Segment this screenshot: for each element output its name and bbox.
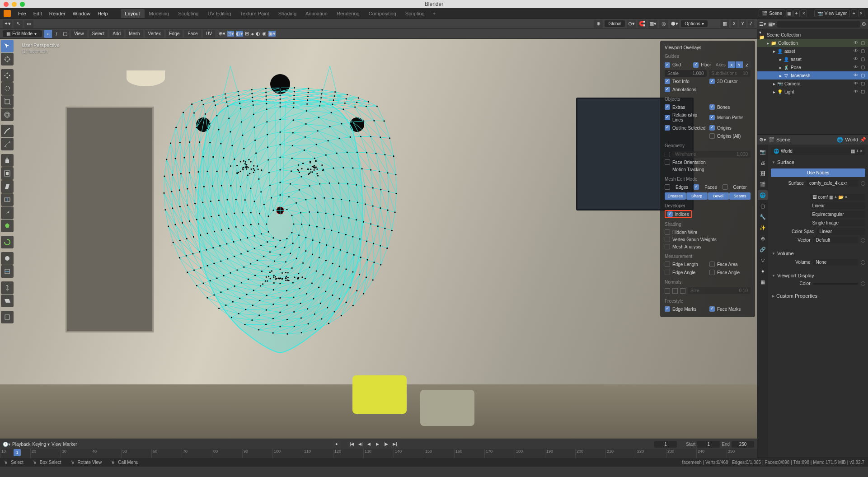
axis-z-button[interactable]: Z: [743, 61, 751, 68]
hidden-wire-checkbox[interactable]: [665, 229, 670, 235]
tab-animation[interactable]: Animation: [301, 9, 332, 18]
add-menu[interactable]: Add: [109, 30, 124, 37]
vector-socket[interactable]: Default: [813, 237, 859, 243]
timeline-editor-icon[interactable]: 🕐▾: [3, 442, 10, 447]
pivot-icon[interactable]: ⊙▾: [627, 20, 636, 28]
constraints-tab[interactable]: 🔗: [758, 244, 768, 254]
subdivisions-field[interactable]: Subdivisions10: [709, 70, 751, 77]
add-workspace-button[interactable]: +: [429, 9, 439, 18]
keyframe-next-button[interactable]: |▶: [382, 440, 390, 448]
bevel-tool[interactable]: [1, 180, 14, 193]
scene-new-button[interactable]: +: [793, 9, 800, 17]
extras-checkbox[interactable]: [665, 104, 670, 110]
tab-texture-paint[interactable]: Texture Paint: [235, 9, 273, 18]
mesh-center-checkbox[interactable]: [723, 184, 728, 190]
face-orient-checkbox[interactable]: [665, 159, 670, 165]
wireframe-field[interactable]: Wireframe1.000: [672, 151, 751, 158]
rel-lines-checkbox[interactable]: [665, 115, 670, 120]
render-menu[interactable]: Render: [46, 9, 69, 18]
normal-size-field[interactable]: Size0.10: [688, 287, 751, 294]
scale-field[interactable]: Scale1.000: [665, 70, 707, 77]
current-frame-field[interactable]: 1: [654, 441, 677, 448]
vertex-select-mode[interactable]: •: [44, 30, 52, 38]
edit-menu[interactable]: Edit: [30, 9, 46, 18]
normal-face-btn[interactable]: [680, 288, 685, 294]
particles-tab[interactable]: ✨: [758, 223, 768, 233]
loopcut-tool[interactable]: [1, 193, 14, 206]
keyframe-prev-button[interactable]: ◀|: [357, 440, 365, 448]
mesh-faces-checkbox[interactable]: [694, 184, 699, 190]
volume-socket[interactable]: None: [813, 259, 859, 266]
proportional-edit-icon[interactable]: ◎: [659, 20, 668, 28]
snap-mode-icon[interactable]: ▦▾: [648, 20, 657, 28]
shading-rendered-icon[interactable]: ◉: [262, 31, 267, 37]
3d-cursor-checkbox[interactable]: [709, 79, 715, 84]
tree-item-pose[interactable]: ▸ 🕺Pose👁▢: [757, 63, 868, 71]
seams-button[interactable]: Seams: [729, 192, 751, 200]
transform-tool[interactable]: [1, 108, 14, 121]
outliner-display-icon[interactable]: ▦▾: [768, 21, 775, 27]
outliner-type-icon[interactable]: ☰▾: [759, 21, 766, 27]
visibility-toggle-icon[interactable]: ▦: [720, 20, 729, 28]
physics-tab[interactable]: ⊚: [758, 234, 768, 243]
jump-start-button[interactable]: |◀: [348, 440, 356, 448]
gizmo-toggle-icon[interactable]: ⊕▾: [219, 31, 225, 37]
bevel-button[interactable]: Bevel: [708, 192, 729, 200]
outliner-search-input[interactable]: [777, 21, 860, 28]
motion-paths-checkbox[interactable]: [709, 115, 715, 120]
tab-layout[interactable]: Layout: [121, 9, 145, 18]
extrude-tool[interactable]: [1, 154, 14, 167]
rotate-tool[interactable]: [1, 82, 14, 95]
shading-solid-icon[interactable]: ●: [251, 31, 254, 37]
texture-tab[interactable]: ▦: [758, 277, 768, 287]
help-menu[interactable]: Help: [94, 9, 112, 18]
xyz-axis-z[interactable]: Z: [748, 20, 754, 28]
imagemode-select[interactable]: Single Image: [810, 220, 865, 226]
shading-active-icon[interactable]: ◉▾: [268, 31, 276, 37]
shading-wireframe-icon[interactable]: ⊞: [245, 31, 249, 37]
volume-panel-header[interactable]: Volume: [771, 249, 865, 258]
shear-tool[interactable]: [1, 295, 14, 307]
projection-select[interactable]: Equirectangular: [810, 211, 865, 218]
output-tab[interactable]: 🖨: [758, 158, 768, 168]
smooth-tool[interactable]: [1, 252, 14, 265]
tab-modeling[interactable]: Modeling: [145, 9, 174, 18]
tree-item-asset[interactable]: ▸ 👤asset👁▢: [757, 55, 868, 63]
surface-socket[interactable]: comfy_cafe_4k.exr: [807, 180, 858, 187]
select-menu[interactable]: Select: [89, 30, 108, 37]
move-tool[interactable]: [1, 69, 14, 82]
maximize-window-button[interactable]: [20, 2, 25, 7]
marker-menu[interactable]: Marker: [63, 442, 77, 447]
grid-checkbox[interactable]: [665, 62, 670, 68]
3d-viewport-canvas[interactable]: User Perspective (1) facemesh: [0, 39, 757, 439]
outliner-filter-icon[interactable]: ⚙: [862, 21, 866, 27]
object-tab[interactable]: ▢: [758, 201, 768, 211]
measure-tool[interactable]: [1, 138, 14, 150]
keying-menu[interactable]: Keying ▾: [33, 442, 50, 447]
view-menu[interactable]: View: [71, 30, 87, 37]
modifier-tab[interactable]: 🔧: [758, 212, 768, 222]
start-frame-field[interactable]: 1: [697, 441, 720, 448]
file-menu[interactable]: File: [14, 9, 30, 18]
scene-selector[interactable]: 🎬 Scene: [759, 9, 785, 17]
shrink-fatten-tool[interactable]: [1, 281, 14, 294]
vp-color-field[interactable]: [813, 283, 859, 285]
viewlayer-delete-button[interactable]: ×: [858, 9, 864, 17]
cursor-tool[interactable]: [1, 53, 14, 65]
xray-toggle-icon[interactable]: ◐▾: [236, 31, 243, 37]
origins-checkbox[interactable]: [709, 125, 715, 131]
tab-sculpting[interactable]: Sculpting: [174, 9, 203, 18]
tree-item-light[interactable]: ▸ 💡Light👁▢: [757, 88, 868, 96]
proportional-falloff-icon[interactable]: ⬢▾: [670, 20, 679, 28]
tree-item-camera[interactable]: ▸ 📷Camera👁▢: [757, 80, 868, 88]
autokey-button[interactable]: ●: [333, 440, 341, 448]
window-menu[interactable]: Window: [69, 9, 94, 18]
custom-props-panel-header[interactable]: Custom Properties: [771, 291, 865, 300]
jump-end-button[interactable]: ▶|: [391, 440, 399, 448]
colorspace-select[interactable]: Linear: [817, 228, 866, 235]
face-menu[interactable]: Face: [184, 30, 201, 37]
face-area-checkbox[interactable]: [709, 262, 715, 267]
play-reverse-button[interactable]: ◀: [365, 440, 373, 448]
face-angle-checkbox[interactable]: [709, 270, 715, 275]
play-forward-button[interactable]: ▶: [374, 440, 382, 448]
